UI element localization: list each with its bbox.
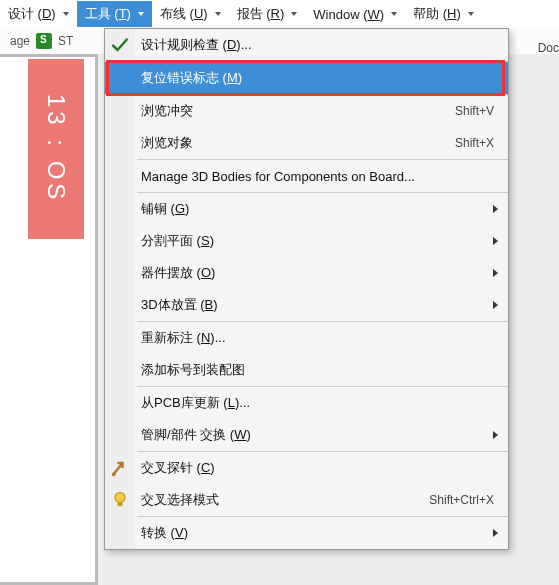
dropdown-item-label: 浏览冲突 — [141, 102, 455, 120]
dropdown-item[interactable]: 重新标注 (N)... — [105, 322, 508, 354]
dropdown-item-label: Manage 3D Bodies for Components on Board… — [141, 169, 494, 184]
dropdown-item-label: 分割平面 (S) — [141, 232, 494, 250]
dropdown-item-label: 器件摆放 (O) — [141, 264, 494, 282]
dropdown-item-label: 转换 (V) — [141, 524, 494, 542]
dropdown-item-label: 添加标号到装配图 — [141, 361, 494, 379]
document-panel: 13 : OS — [0, 54, 98, 585]
menu-window[interactable]: Window (W) — [305, 3, 405, 26]
toolbar-text-left: age — [10, 34, 30, 48]
dropdown-item-label: 管脚/部件 交换 (W) — [141, 426, 494, 444]
cross-icon — [110, 458, 130, 478]
dropdown-item[interactable]: 铺铜 (G) — [105, 193, 508, 225]
dropdown-item[interactable]: 转换 (V) — [105, 517, 508, 549]
dropdown-item[interactable]: 从PCB库更新 (L)... — [105, 387, 508, 419]
dropdown-item-label: 3D体放置 (B) — [141, 296, 494, 314]
dropdown-item-label: 重新标注 (N)... — [141, 329, 494, 347]
dropdown-item[interactable]: 添加标号到装配图 — [105, 354, 508, 386]
dropdown-item-label: 浏览对象 — [141, 134, 455, 152]
caret-icon — [468, 12, 474, 16]
dropdown-item[interactable]: 复位错误标志 (M) — [105, 62, 508, 94]
svg-rect-2 — [118, 503, 123, 507]
menu-route[interactable]: 布线 (U) — [152, 1, 229, 27]
toolbar-st: ST — [58, 34, 73, 48]
menu-tools[interactable]: 工具 (T) — [77, 1, 152, 27]
dropdown-item[interactable]: 管脚/部件 交换 (W) — [105, 419, 508, 451]
dropdown-item[interactable]: 交叉探针 (C) — [105, 452, 508, 484]
submenu-arrow-icon — [493, 529, 498, 537]
toolbar-text-right: Doc — [538, 41, 559, 55]
dropdown-item-label: 铺铜 (G) — [141, 200, 494, 218]
check-icon — [110, 35, 130, 55]
menu-report[interactable]: 报告 (R) — [229, 1, 306, 27]
menu-design[interactable]: 设计 (D) — [0, 1, 77, 27]
submenu-arrow-icon — [493, 205, 498, 213]
svg-point-0 — [112, 472, 116, 476]
shortcut-label: Shift+Ctrl+X — [429, 493, 494, 507]
vertical-tab[interactable]: 13 : OS — [28, 59, 84, 239]
submenu-arrow-icon — [493, 237, 498, 245]
submenu-arrow-icon — [493, 269, 498, 277]
caret-icon — [63, 12, 69, 16]
tools-dropdown: 设计规则检查 (D)...复位错误标志 (M)浏览冲突Shift+V浏览对象Sh… — [104, 28, 509, 550]
caret-icon — [215, 12, 221, 16]
sheet-icon[interactable] — [36, 33, 52, 49]
dropdown-item[interactable]: 设计规则检查 (D)... — [105, 29, 508, 61]
dropdown-item-label: 复位错误标志 (M) — [141, 69, 494, 87]
dropdown-item[interactable]: 分割平面 (S) — [105, 225, 508, 257]
submenu-arrow-icon — [493, 301, 498, 309]
caret-icon — [391, 12, 397, 16]
dropdown-item[interactable]: 交叉选择模式Shift+Ctrl+X — [105, 484, 508, 516]
svg-point-1 — [115, 493, 125, 503]
shortcut-label: Shift+X — [455, 136, 494, 150]
dropdown-item[interactable]: 浏览对象Shift+X — [105, 127, 508, 159]
dropdown-item[interactable]: 器件摆放 (O) — [105, 257, 508, 289]
bulb-icon — [110, 490, 130, 510]
menu-help[interactable]: 帮助 (H) — [405, 1, 482, 27]
shortcut-label: Shift+V — [455, 104, 494, 118]
dropdown-item[interactable]: 3D体放置 (B) — [105, 289, 508, 321]
dropdown-item-label: 交叉探针 (C) — [141, 459, 494, 477]
dropdown-item[interactable]: Manage 3D Bodies for Components on Board… — [105, 160, 508, 192]
dropdown-item[interactable]: 浏览冲突Shift+V — [105, 95, 508, 127]
dropdown-item-label: 从PCB库更新 (L)... — [141, 394, 494, 412]
dropdown-item-label: 交叉选择模式 — [141, 491, 429, 509]
caret-icon — [291, 12, 297, 16]
submenu-arrow-icon — [493, 431, 498, 439]
dropdown-item-label: 设计规则检查 (D)... — [141, 36, 494, 54]
menubar: 设计 (D) 工具 (T) 布线 (U) 报告 (R) Window (W) 帮… — [0, 0, 559, 28]
caret-icon — [138, 12, 144, 16]
